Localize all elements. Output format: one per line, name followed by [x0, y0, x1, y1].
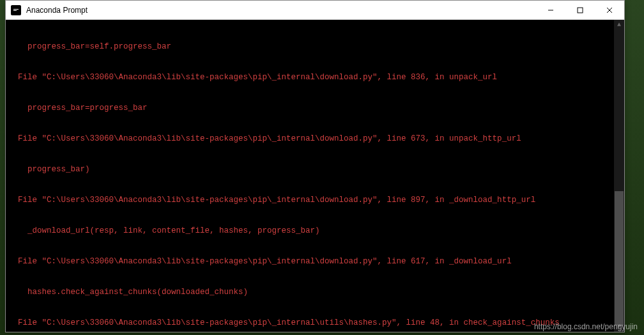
scrollbar[interactable]: ▲ ▼ [614, 20, 624, 332]
traceback-line: progress_bar) [8, 164, 622, 175]
maximize-button[interactable] [565, 1, 595, 20]
scroll-up-arrow[interactable]: ▲ [614, 20, 624, 30]
traceback-line: File "C:\Users\33060\Anaconda3\lib\site-… [8, 72, 622, 82]
traceback-line: hashes.check_against_chunks(downloaded_c… [8, 287, 622, 297]
traceback-line: File "C:\Users\33060\Anaconda3\lib\site-… [8, 256, 622, 267]
traceback-line: _download_url(resp, link, content_file, … [8, 226, 622, 236]
svg-rect-0 [13, 9, 19, 10]
scrollbar-thumb[interactable] [615, 191, 624, 325]
minimize-button[interactable] [536, 1, 565, 20]
app-icon [11, 5, 21, 15]
traceback-line: File "C:\Users\33060\Anaconda3\lib\site-… [8, 318, 622, 328]
close-button[interactable] [595, 1, 624, 20]
terminal[interactable]: progress_bar=self.progress_bar File "C:\… [6, 20, 624, 332]
titlebar[interactable]: Anaconda Prompt [6, 1, 624, 20]
terminal-content: progress_bar=self.progress_bar File "C:\… [8, 21, 622, 332]
svg-rect-1 [13, 10, 17, 11]
traceback-line: File "C:\Users\33060\Anaconda3\lib\site-… [8, 195, 622, 205]
traceback-line: progress_bar=self.progress_bar [8, 42, 622, 52]
window-title: Anaconda Prompt [26, 6, 536, 15]
traceback-line: File "C:\Users\33060\Anaconda3\lib\site-… [8, 134, 622, 144]
app-window: Anaconda Prompt progress_bar=self.progre… [5, 0, 625, 332]
window-controls [536, 1, 624, 20]
svg-rect-3 [578, 8, 583, 13]
scroll-down-arrow[interactable]: ▼ [614, 322, 624, 332]
traceback-line: progress_bar=progress_bar [8, 103, 622, 113]
